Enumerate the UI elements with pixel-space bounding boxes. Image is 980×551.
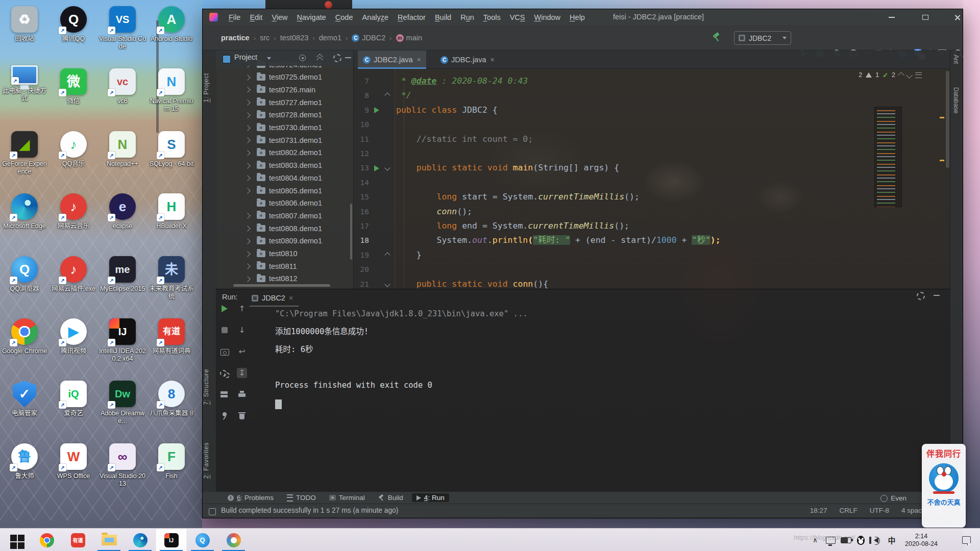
desktop-icon[interactable]: ♻回收站 <box>1 3 48 65</box>
code-minimap[interactable] <box>874 107 902 207</box>
tree-row[interactable]: test0808.demo1 <box>216 222 353 235</box>
chevron-right-icon[interactable] <box>244 163 250 168</box>
tool-window-button-build[interactable]: Build <box>374 493 408 502</box>
gear-icon[interactable] <box>332 53 342 63</box>
chevron-right-icon[interactable] <box>244 138 250 143</box>
breadcrumb-item[interactable]: mmain <box>396 34 422 42</box>
inspections-widget[interactable]: 21✓2 <box>855 70 922 80</box>
desktop-icon[interactable]: ♪↗QQ音乐 <box>50 128 97 190</box>
run-settings-gear-icon[interactable] <box>916 291 926 301</box>
desktop-icon[interactable]: ↗Microsoft Edge <box>1 190 48 253</box>
breadcrumb-item[interactable]: demo1 <box>319 34 341 42</box>
warning-stripe-mark[interactable] <box>940 117 944 118</box>
next-issue-icon[interactable] <box>906 72 913 79</box>
tool-stripe-favorites[interactable]: 2: Favorites <box>203 442 216 479</box>
menu-item-file[interactable]: File <box>224 13 245 21</box>
desktop-icon[interactable]: me↗MyEclipse 2015 <box>99 253 146 315</box>
desktop-icon[interactable]: ♪↗网易云插件.exe <box>50 253 97 315</box>
run-line-button[interactable] <box>374 165 379 171</box>
menu-item-edit[interactable]: Edit <box>245 13 267 21</box>
desktop-icon[interactable]: ◢↗GeForce Experience <box>1 128 48 190</box>
taskbar-file-explorer[interactable] <box>93 529 125 551</box>
qq-tray-icon[interactable] <box>854 529 867 551</box>
project-panel-header[interactable]: Project <box>216 51 353 66</box>
chevron-right-icon[interactable] <box>244 99 250 105</box>
close-icon[interactable]: × <box>417 56 421 64</box>
inspections-menu-icon[interactable] <box>915 72 922 78</box>
menu-item-code[interactable]: Code <box>331 13 358 21</box>
tab-jdbc.java[interactable]: CJDBC.java× <box>435 51 500 69</box>
menu-item-vcs[interactable]: VCS <box>505 13 530 21</box>
desktop-icon[interactable]: 微↗微信 <box>50 65 97 128</box>
desktop-icon[interactable]: ∞↗Visual Studio 2013 <box>99 440 146 503</box>
fold-marker-icon[interactable] <box>384 93 390 98</box>
input-method-indicator[interactable]: 中 <box>885 529 898 551</box>
close-button[interactable] <box>947 9 967 25</box>
fold-marker-icon[interactable] <box>384 281 390 287</box>
tree-row[interactable]: test0805.demo1 <box>216 184 353 197</box>
taskbar-navicat[interactable] <box>218 529 249 551</box>
chevron-right-icon[interactable] <box>244 150 250 156</box>
hide-panel-icon[interactable] <box>344 53 354 63</box>
editor-scrollbar[interactable] <box>946 71 949 168</box>
tree-row[interactable]: test0725.demo1 <box>216 71 353 84</box>
desktop-icon[interactable]: IJ↗IntelliJ IDEA 2020.2 x64 <box>99 315 146 378</box>
prev-issue-icon[interactable] <box>898 72 904 79</box>
warning-stripe-mark[interactable] <box>940 160 944 161</box>
action-center-icon[interactable] <box>959 529 974 551</box>
tab-jdbc2.java[interactable]: CJDBC2.java× <box>358 51 426 69</box>
desktop-icon[interactable]: S↗SQLyog - 64 bit <box>148 128 195 190</box>
desktop-icon[interactable]: Q↗腾讯QQ <box>50 3 97 65</box>
tree-row[interactable]: test0728.demo1 <box>216 109 353 121</box>
build-hammer-icon[interactable] <box>712 32 722 42</box>
caret-position[interactable]: 18:27 <box>810 507 827 514</box>
chevron-right-icon[interactable] <box>244 176 250 181</box>
line-separator[interactable]: CRLF <box>839 507 857 514</box>
tree-row[interactable]: test0806.demo1 <box>216 197 353 210</box>
tree-row[interactable]: test0802.demo1 <box>216 146 353 159</box>
chevron-right-icon[interactable] <box>244 238 250 244</box>
breadcrumb-item[interactable]: practice <box>221 34 250 42</box>
menu-item-tools[interactable]: Tools <box>479 13 505 21</box>
menu-item-view[interactable]: View <box>267 13 292 21</box>
desktop-icon[interactable]: W↗WPS Office <box>50 440 97 503</box>
chevron-right-icon[interactable] <box>244 276 250 282</box>
desktop-icon[interactable]: iQ↗爱奇艺 <box>50 378 97 440</box>
close-icon[interactable]: × <box>289 294 293 302</box>
desktop-icon[interactable]: ✓↗电脑管家 <box>1 378 48 440</box>
event-log-button[interactable]: Even <box>880 494 906 502</box>
chevron-right-icon[interactable] <box>244 226 250 231</box>
chevron-right-icon[interactable] <box>244 213 250 219</box>
desktop-icon[interactable]: ♪↗网易云音乐 <box>50 190 97 253</box>
desktop-icon[interactable]: Dw↗Adobe Dreamwe... <box>99 378 146 440</box>
tool-window-button-problems[interactable]: !6: Problems <box>223 493 278 502</box>
desktop-icon[interactable]: 未↗未来教育考试系统 <box>148 253 195 315</box>
taskbar-start-button[interactable] <box>0 529 31 551</box>
wrap-icon[interactable]: ↩ <box>237 346 247 357</box>
menu-item-analyze[interactable]: Analyze <box>358 13 394 21</box>
chevron-right-icon[interactable] <box>244 112 250 118</box>
file-encoding[interactable]: UTF-8 <box>870 507 889 514</box>
volume-icon[interactable] <box>869 529 883 551</box>
tree-row[interactable]: test0810 <box>216 247 353 260</box>
gears-icon[interactable] <box>219 368 230 378</box>
taskbar-qq-browser[interactable]: Q <box>187 529 218 551</box>
trash-icon[interactable] <box>237 411 247 421</box>
scrollend-icon[interactable]: ↧ <box>237 368 247 378</box>
collapse-all-icon[interactable] <box>315 53 325 63</box>
taskbar-edge[interactable] <box>125 529 156 551</box>
layout-icon[interactable] <box>219 389 230 399</box>
tree-row[interactable]: test0730.demo1 <box>216 121 353 134</box>
tree-row[interactable]: test0803.demo1 <box>216 159 353 172</box>
stop-icon[interactable] <box>219 325 230 335</box>
desktop-icon[interactable]: e↗eclipse <box>99 190 146 253</box>
tree-row[interactable]: test0726.main <box>216 83 353 96</box>
desktop-icon[interactable]: N↗Navicat Premium 15 <box>148 65 195 128</box>
tree-row[interactable]: test0811 <box>216 260 353 272</box>
desktop-icon[interactable]: 有道↗网易有道词典 <box>148 315 195 378</box>
printer-icon[interactable] <box>237 389 247 399</box>
chevron-right-icon[interactable] <box>244 188 250 193</box>
tool-stripe-ant[interactable]: Ant <box>952 55 960 64</box>
desktop-icon[interactable]: ↗Google Chrome <box>1 315 48 378</box>
taskbar-intellij-idea[interactable]: IJ <box>156 529 187 551</box>
